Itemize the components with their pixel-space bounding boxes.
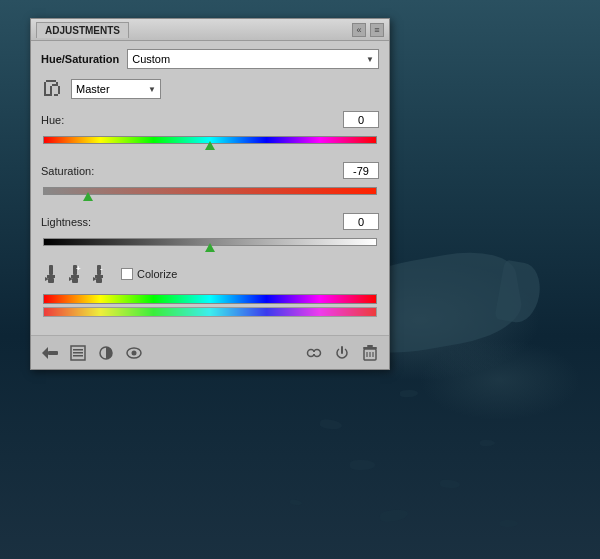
saturation-slider-container[interactable] [41, 183, 379, 201]
svg-rect-19 [96, 278, 102, 283]
lightness-slider-container[interactable] [41, 234, 379, 252]
hue-thumb[interactable] [205, 140, 215, 150]
saturation-value[interactable]: -79 [343, 162, 379, 179]
add-eyedropper-tool[interactable]: + [65, 264, 85, 284]
preset-value: Custom [132, 53, 170, 65]
panel-footer [31, 335, 389, 369]
channel-icon [41, 77, 65, 101]
fish-silhouette [290, 499, 303, 506]
svg-rect-13 [71, 275, 79, 278]
header-row: Hue/Saturation Custom ▼ [41, 49, 379, 69]
channel-dropdown-arrow: ▼ [148, 85, 156, 94]
saturation-thumb[interactable] [83, 191, 93, 201]
panel-titlebar: ADJUSTMENTS « ≡ [31, 19, 389, 41]
channel-row: Master ▼ [41, 77, 379, 101]
svg-text:+: + [76, 265, 81, 273]
svg-rect-27 [73, 355, 83, 357]
back-icon[interactable] [39, 342, 61, 364]
collapse-button[interactable]: « [352, 23, 366, 37]
preset-dropdown[interactable]: Custom ▼ [127, 49, 379, 69]
fish-silhouette [400, 390, 418, 398]
saturation-label: Saturation: [41, 165, 113, 177]
channel-dropdown[interactable]: Master ▼ [71, 79, 161, 99]
svg-rect-0 [44, 82, 46, 96]
svg-rect-4 [50, 86, 52, 96]
fish-silhouette [440, 479, 461, 489]
lightness-slider-row: Lightness: 0 [41, 213, 379, 230]
lightness-value[interactable]: 0 [343, 213, 379, 230]
lightness-thumb[interactable] [205, 242, 215, 252]
svg-rect-9 [47, 275, 55, 278]
svg-rect-7 [54, 94, 58, 96]
svg-rect-5 [52, 84, 58, 86]
circle-icon[interactable] [95, 342, 117, 364]
svg-rect-36 [367, 345, 373, 347]
panel-body: Hue/Saturation Custom ▼ [31, 41, 389, 335]
svg-rect-14 [72, 278, 78, 283]
colorize-checkbox[interactable] [121, 268, 133, 280]
svg-marker-22 [42, 347, 48, 359]
target-icon [42, 78, 64, 100]
colorize-text: Colorize [137, 268, 177, 280]
colorize-label[interactable]: Colorize [121, 268, 177, 280]
panel-controls: « ≡ [352, 23, 384, 37]
svg-point-30 [132, 350, 137, 355]
output-color-bar [43, 307, 377, 317]
adjustment-layer-icon[interactable] [67, 342, 89, 364]
panel-tab[interactable]: ADJUSTMENTS [36, 22, 129, 38]
adjustments-panel: ADJUSTMENTS « ≡ Hue/Saturation Custom ▼ [30, 18, 390, 370]
hue-slider-row: Hue: 0 [41, 111, 379, 128]
panel-title: Hue/Saturation [41, 53, 119, 65]
svg-rect-6 [58, 86, 60, 94]
chain-icon[interactable] [303, 342, 325, 364]
lightness-label: Lightness: [41, 216, 113, 228]
fish-silhouette [500, 520, 518, 527]
eye-icon[interactable] [123, 342, 145, 364]
menu-button[interactable]: ≡ [370, 23, 384, 37]
fish-silhouette [480, 440, 495, 446]
trash-icon[interactable] [359, 342, 381, 364]
saturation-slider-row: Saturation: -79 [41, 162, 379, 179]
hue-value[interactable]: 0 [343, 111, 379, 128]
svg-rect-10 [48, 278, 54, 283]
fish-silhouette [319, 419, 342, 431]
svg-rect-18 [95, 275, 103, 278]
hue-slider-container[interactable] [41, 132, 379, 150]
color-bars [41, 294, 379, 317]
svg-text:-: - [100, 265, 103, 273]
eyedropper-tool[interactable] [41, 264, 61, 284]
subtract-eyedropper-tool[interactable]: - [89, 264, 109, 284]
svg-rect-23 [48, 351, 58, 355]
svg-rect-1 [46, 80, 56, 82]
svg-rect-26 [73, 349, 83, 351]
hue-label: Hue: [41, 114, 113, 126]
svg-rect-25 [73, 352, 83, 354]
svg-rect-35 [363, 347, 377, 349]
fish-silhouette [350, 460, 375, 470]
svg-rect-8 [49, 265, 53, 275]
input-color-bar [43, 294, 377, 304]
power-icon[interactable] [331, 342, 353, 364]
preset-dropdown-arrow: ▼ [366, 55, 374, 64]
svg-rect-33 [311, 352, 317, 354]
svg-rect-3 [46, 94, 50, 96]
channel-value: Master [76, 83, 110, 95]
tools-row: + - Colorize [41, 264, 379, 284]
fish-silhouette [379, 508, 408, 523]
